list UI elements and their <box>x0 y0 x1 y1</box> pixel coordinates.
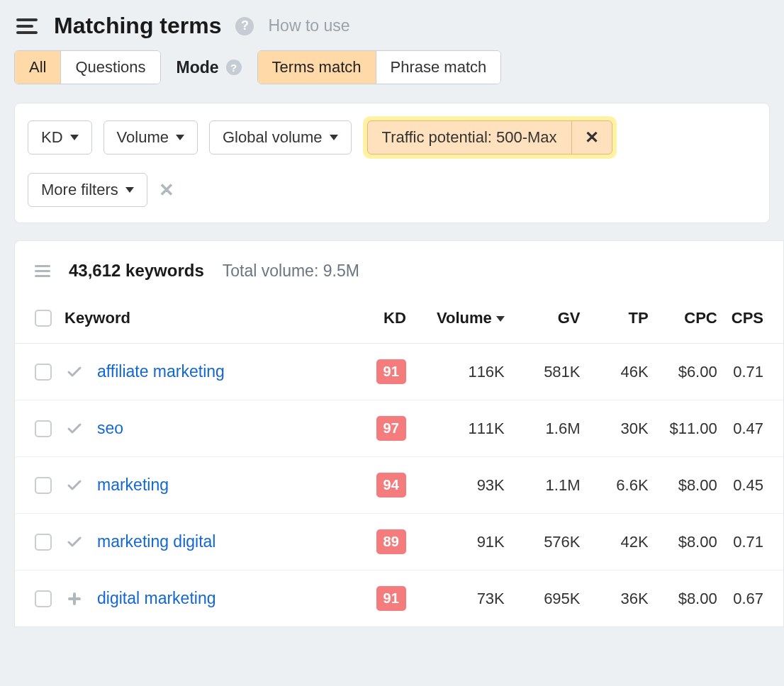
col-volume[interactable]: Volume <box>413 296 512 344</box>
cell-kd: 97 <box>345 400 413 457</box>
clear-filters-button[interactable]: ✕ <box>159 181 174 199</box>
cell-gv: 695K <box>512 570 588 627</box>
col-gv[interactable]: GV <box>512 296 588 344</box>
cell-volume: 73K <box>413 570 512 627</box>
table-row: marketing digital8991K576K42K$8.000.71 <box>15 514 783 570</box>
list-view-icon[interactable] <box>35 265 50 277</box>
cell-kd: 89 <box>345 514 413 570</box>
chevron-down-icon <box>70 135 79 140</box>
check-icon[interactable] <box>65 534 84 551</box>
col-keyword[interactable]: Keyword <box>15 296 345 344</box>
cell-cpc: $8.00 <box>656 514 724 570</box>
kd-badge: 91 <box>376 586 406 611</box>
how-to-use-link[interactable]: How to use <box>268 16 349 35</box>
col-volume-label: Volume <box>437 309 492 327</box>
kd-badge: 97 <box>376 416 406 441</box>
cell-cps: 0.67 <box>724 570 783 627</box>
mode-segment: Terms match Phrase match <box>257 50 502 84</box>
menu-icon[interactable] <box>14 13 40 39</box>
col-cps[interactable]: CPS <box>724 296 783 344</box>
active-filter-highlight: Traffic potential: 500-Max ✕ <box>363 116 617 159</box>
keywords-table: Keyword KD Volume GV TP CPC CPS affiliat… <box>15 296 783 626</box>
col-tp[interactable]: TP <box>588 296 656 344</box>
table-row: affiliate marketing91116K581K46K$6.000.7… <box>15 344 783 400</box>
table-row: digital marketing9173K695K36K$8.000.67 <box>15 570 783 627</box>
tab-phrase-match[interactable]: Phrase match <box>376 51 501 84</box>
filter-kd-label: KD <box>41 128 63 147</box>
chevron-down-icon <box>125 187 134 193</box>
mode-label-text: Mode <box>177 58 219 77</box>
tab-all[interactable]: All <box>15 51 60 84</box>
check-icon[interactable] <box>65 364 84 381</box>
cell-cpc: $6.00 <box>656 344 724 400</box>
cell-cps: 0.45 <box>724 457 783 514</box>
cell-cpc: $8.00 <box>656 457 724 514</box>
cell-gv: 1.6M <box>512 400 588 457</box>
row-checkbox[interactable] <box>35 420 52 437</box>
keyword-link[interactable]: digital marketing <box>97 589 215 608</box>
cell-tp: 6.6K <box>588 457 656 514</box>
kd-badge: 94 <box>376 473 406 497</box>
active-filter-traffic-potential: Traffic potential: 500-Max ✕ <box>367 120 612 154</box>
keyword-link[interactable]: seo <box>97 419 123 438</box>
keyword-link[interactable]: marketing digital <box>97 532 215 551</box>
cell-cpc: $8.00 <box>656 570 724 627</box>
chevron-down-icon <box>176 135 184 140</box>
results-summary: 43,612 keywords Total volume: 9.5M <box>15 241 783 296</box>
keyword-count: 43,612 keywords <box>69 261 204 281</box>
help-icon[interactable]: ? <box>235 17 254 35</box>
cell-gv: 576K <box>512 514 588 570</box>
cell-cps: 0.71 <box>724 514 783 570</box>
cell-volume: 91K <box>413 514 512 570</box>
keyword-link[interactable]: affiliate marketing <box>97 362 225 381</box>
kd-badge: 89 <box>376 529 406 554</box>
col-cpc[interactable]: CPC <box>656 296 724 344</box>
sort-desc-icon <box>496 316 505 322</box>
keyword-link[interactable]: marketing <box>97 476 169 495</box>
type-segment: All Questions <box>14 50 161 84</box>
cell-tp: 30K <box>588 400 656 457</box>
cell-volume: 111K <box>413 400 512 457</box>
cell-volume: 116K <box>413 344 512 400</box>
filters-panel: KD Volume Global volume Traffic potentia… <box>14 103 770 223</box>
more-filters-button[interactable]: More filters <box>28 173 147 207</box>
chevron-down-icon <box>330 135 338 140</box>
cell-cps: 0.71 <box>724 344 783 400</box>
cell-gv: 1.1M <box>512 457 588 514</box>
row-checkbox[interactable] <box>35 534 52 551</box>
tab-questions[interactable]: Questions <box>60 51 159 84</box>
col-keyword-label: Keyword <box>65 309 130 327</box>
tab-terms-match[interactable]: Terms match <box>258 51 376 84</box>
col-kd[interactable]: KD <box>345 296 413 344</box>
more-filters-label: More filters <box>41 181 118 199</box>
svg-rect-4 <box>68 597 81 600</box>
help-icon[interactable]: ? <box>226 60 242 75</box>
plus-icon[interactable] <box>65 591 84 607</box>
select-all-checkbox[interactable] <box>35 310 52 327</box>
cell-kd: 91 <box>345 344 413 400</box>
mode-label: Mode ? <box>177 58 242 77</box>
check-icon[interactable] <box>65 420 84 437</box>
check-icon[interactable] <box>65 477 84 494</box>
filter-global-volume[interactable]: Global volume <box>209 120 352 154</box>
row-checkbox[interactable] <box>35 477 52 494</box>
filter-global-volume-label: Global volume <box>223 128 323 147</box>
toggle-row: All Questions Mode ? Terms match Phrase … <box>0 46 784 103</box>
cell-tp: 36K <box>588 570 656 627</box>
page-header: Matching terms ? How to use <box>0 0 784 46</box>
cell-cps: 0.47 <box>724 400 783 457</box>
row-checkbox[interactable] <box>35 590 52 607</box>
results-panel: 43,612 keywords Total volume: 9.5M Keywo… <box>14 240 784 627</box>
filter-volume[interactable]: Volume <box>103 120 198 154</box>
cell-tp: 46K <box>588 344 656 400</box>
remove-filter-button[interactable]: ✕ <box>571 121 612 154</box>
cell-kd: 94 <box>345 457 413 514</box>
close-icon: ✕ <box>585 129 599 146</box>
total-volume: Total volume: 9.5M <box>223 262 359 281</box>
kd-badge: 91 <box>376 359 406 384</box>
row-checkbox[interactable] <box>35 364 52 381</box>
active-filter-label[interactable]: Traffic potential: 500-Max <box>368 121 571 154</box>
filter-kd[interactable]: KD <box>28 120 92 154</box>
svg-rect-0 <box>16 18 38 21</box>
page-title: Matching terms <box>54 13 221 39</box>
